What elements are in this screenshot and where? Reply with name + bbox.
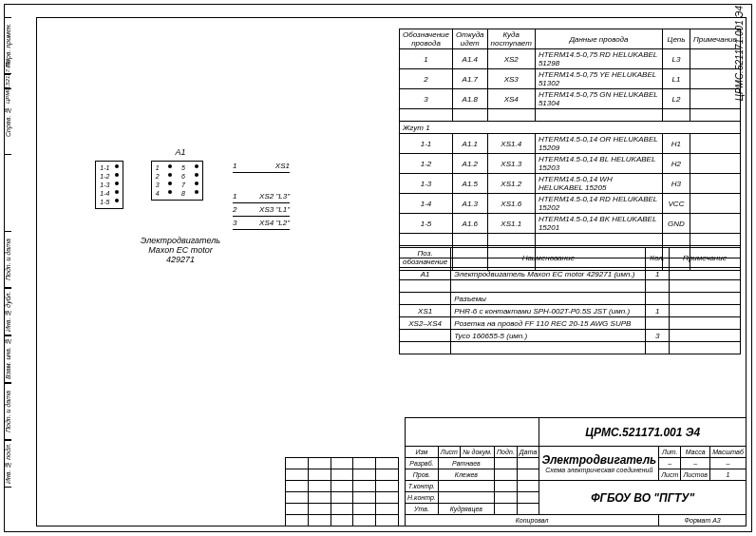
title-subtitle: Схема электрическая соединений [541, 467, 656, 473]
table-row [400, 342, 741, 354]
side-inv-podl: Инв. № подл. [4, 440, 11, 488]
table-row: 1-2A1.2XS1.3HTERM14.5-0,14 BL HELUKABEL … [400, 154, 741, 174]
side-vzam-inv: Взам. инв. № [4, 335, 11, 383]
table-row: 2A1.7XS3HTERM14.5-0,75 YE HELUKABEL 5130… [400, 69, 741, 89]
table-row: 1-5A1.6XS1.1HTERM14.5-0,14 BK HELUKABEL … [400, 214, 741, 234]
side-podp-data1: Подп. и дата [4, 231, 11, 288]
side-podp-data2: Подп. и дата [4, 383, 11, 440]
table-row: 1-3A1.5XS1.2HTERM14.5-0,14 WH HELUKABEL … [400, 174, 741, 194]
left-sidebar: Перв. примен. ЦРМС.52117.001 Справ. № По… [4, 17, 36, 526]
table-row: XS2–XS4Розетка на провод FF 110 REC 20-1… [400, 317, 741, 330]
component-name3: 429271 [71, 255, 290, 264]
component-name2: Maxon EC motor [71, 245, 290, 255]
side-drawing-ref: ЦРМС.52117.001 [4, 74, 10, 88]
component-name1: Электродвигатель [71, 236, 290, 245]
wire-labels: 1 XS1 1XS2 "L3" 2XS3 "L1" 3XS4 "L2" [233, 159, 290, 230]
title-drawing-number: ЦРМС.521171.001 Э4 [539, 418, 747, 447]
wires-table: Обозначение провода Откуда идет Куда пос… [399, 29, 741, 271]
connector-left: 1-1 1-2 1-3 1-4 1-5 [95, 161, 123, 209]
component-ref: A1 [71, 147, 290, 157]
table-row: XS1PHR-6 с контактами SPH-002T-P0.5S JST… [400, 305, 741, 317]
table-row: 1-4A1.3XS1.6HTERM14.5-0,14 RD HELUKABEL … [400, 194, 741, 214]
table-row: 3A1.8XS4HTERM14.5-0,75 GN HELUKABEL 5130… [400, 89, 741, 109]
group-header: Жгут 1 [400, 122, 741, 134]
revision-block [285, 457, 399, 526]
side-empty1 [4, 155, 5, 231]
table-row: 1-1A1.1XS1.4HTERM14.5-0,14 OR HELUKABEL … [400, 134, 741, 154]
table-header-row: Обозначение провода Откуда идет Куда пос… [400, 29, 741, 49]
parts-table: Поз. обозначение Наименование Кол. Приме… [399, 247, 741, 354]
table-row: A1Электродвигатель Maxon EC motor 429271… [400, 268, 741, 280]
table-row [400, 280, 741, 293]
side-sprav: Справ. № [4, 88, 11, 155]
table-row: Разъемы [400, 293, 741, 305]
table-row: 1A1.4XS2HTERM14.5-0,75 RD HELUKABEL 5129… [400, 49, 741, 69]
table-row: Tyco 160655-5 (имп.)3 [400, 330, 741, 342]
title-org: ФГБОУ ВО "ПГТУ" [539, 481, 747, 515]
title-block: ЦРМС.521171.001 Э4 ИзмЛист№ докум.Подп.Д… [405, 417, 747, 526]
table-row [400, 234, 741, 246]
connector-right: 15 26 37 48 [151, 161, 203, 201]
table-header-row: Поз. обозначение Наименование Кол. Приме… [400, 248, 741, 268]
title-name: Электродвигатель [541, 453, 656, 467]
side-inv-dubl: Инв. № дубл. [4, 288, 11, 335]
table-row [400, 109, 741, 122]
schematic-diagram: A1 1-1 1-2 1-3 1-4 1-5 15 26 37 48 1 XS1… [71, 147, 290, 264]
